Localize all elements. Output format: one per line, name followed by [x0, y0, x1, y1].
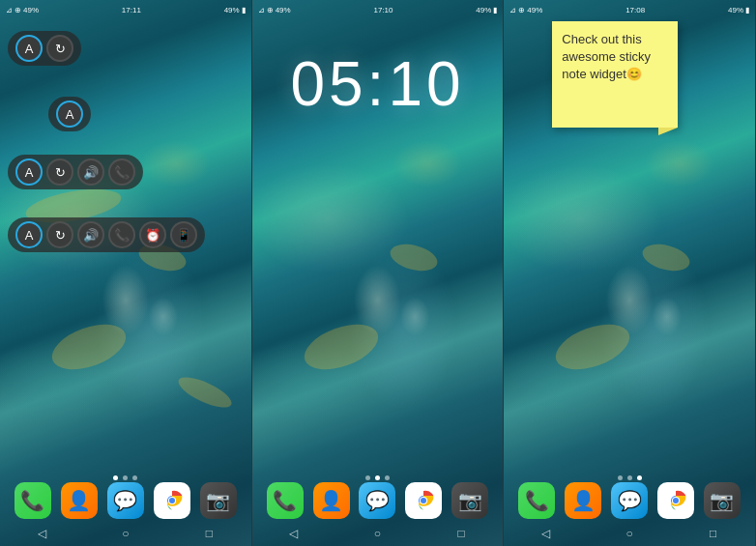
dot-3-1 — [618, 475, 623, 480]
status-bar-3: ⊿ ⊕ 49% 17:08 49% ▮ — [504, 0, 755, 19]
signal-icon-2: ⊿ — [258, 6, 265, 14]
nav-back-3[interactable]: ◁ — [537, 524, 556, 543]
signal-icon-1: ⊿ — [6, 6, 13, 14]
nav-home-2[interactable]: ○ — [367, 524, 387, 543]
widget-icon-phone2[interactable]: 📞 — [108, 221, 135, 248]
dot-3-2 — [627, 475, 632, 480]
dock-camera-2[interactable]: 📷 — [451, 482, 488, 519]
chrome-icon-2 — [412, 489, 435, 512]
widget-icon-a4[interactable]: A — [15, 221, 43, 248]
widget-icon-a2[interactable]: A — [56, 101, 83, 128]
widget-icon-rotate2[interactable]: ↻ — [46, 158, 73, 186]
status-left-1: ⊿ ⊕ 49% — [6, 6, 39, 14]
battery-icon-1: ▮ — [242, 6, 246, 14]
status-left-3: ⊿ ⊕ 49% — [509, 6, 542, 14]
dock-contacts-3[interactable]: 👤 — [565, 482, 601, 519]
dock-camera-3[interactable]: 📷 — [704, 482, 741, 519]
dock-messages-3[interactable]: 💬 — [611, 482, 648, 519]
dot-2-1 — [365, 475, 370, 480]
widget-icon-alarm[interactable]: ⏰ — [139, 221, 166, 248]
nav-home-3[interactable]: ○ — [620, 524, 639, 543]
widget-icon-mobile[interactable]: 📱 — [170, 221, 197, 248]
status-right-3: 49% ▮ — [728, 6, 749, 14]
dock-chrome-2[interactable] — [405, 482, 442, 519]
dot-1-3 — [132, 475, 137, 480]
nav-back-1[interactable]: ◁ — [32, 524, 51, 543]
wallpaper-1 — [0, 0, 251, 546]
widget-icon-rotate3[interactable]: ↻ — [46, 221, 73, 248]
status-right-2: 49% ▮ — [476, 6, 497, 14]
sticky-note[interactable]: Check out this awesome sticky note widge… — [552, 21, 678, 128]
widget-icon-a1[interactable]: A — [15, 35, 43, 62]
status-time-3: 17:08 — [625, 6, 645, 14]
status-bar-1: ⊿ ⊕ 49% 17:11 49% ▮ — [0, 0, 251, 19]
wifi-icon-1: ⊕ — [15, 6, 21, 14]
svg-point-8 — [673, 498, 679, 503]
nav-recent-1[interactable]: □ — [199, 524, 218, 543]
sticky-note-text: Check out this awesome sticky note widge… — [562, 32, 651, 81]
widget-row-1[interactable]: A ↻ — [8, 31, 81, 66]
dock-camera-1[interactable]: 📷 — [200, 482, 237, 519]
widget-icon-volume[interactable]: 🔊 — [77, 158, 104, 186]
page-dots-2 — [252, 475, 504, 480]
dot-2-3 — [385, 475, 390, 480]
dock-3: 📞 👤 💬 📷 — [504, 482, 755, 519]
dock-chrome-1[interactable] — [154, 482, 190, 519]
dock-phone-1[interactable]: 📞 — [15, 482, 51, 519]
dot-1-1 — [113, 475, 118, 480]
signal-icon-3: ⊿ — [509, 6, 516, 14]
dock-messages-1[interactable]: 💬 — [107, 482, 144, 519]
wifi-icon-2: ⊕ — [267, 6, 274, 14]
dock-messages-2[interactable]: 💬 — [359, 482, 395, 519]
widget-icon-a3[interactable]: A — [15, 158, 43, 186]
screen-3: ⊿ ⊕ 49% 17:08 49% ▮ Check out this aweso… — [504, 0, 756, 546]
battery-level-3: 49% — [728, 6, 743, 14]
dock-contacts-2[interactable]: 👤 — [313, 482, 350, 519]
screen-2: ⊿ ⊕ 49% 17:10 49% ▮ 05:10 📞 👤 💬 — [252, 0, 505, 546]
chrome-icon-1 — [160, 489, 184, 512]
dock-contacts-1[interactable]: 👤 — [61, 482, 98, 519]
status-left-2: ⊿ ⊕ 49% — [258, 6, 291, 14]
page-dots-1 — [0, 475, 251, 480]
dock-phone-3[interactable]: 📞 — [518, 482, 555, 519]
dock-chrome-3[interactable] — [657, 482, 694, 519]
nav-home-1[interactable]: ○ — [116, 524, 135, 543]
dock-phone-2[interactable]: 📞 — [267, 482, 304, 519]
status-battery-1: 49% — [23, 6, 39, 14]
status-battery-3: 49% — [527, 6, 542, 14]
widget-icon-phone1[interactable]: 📞 — [108, 158, 135, 186]
battery-level-2: 49% — [476, 6, 491, 14]
nav-bar-3: ◁ ○ □ — [504, 521, 755, 546]
status-time-1: 17:11 — [122, 6, 141, 14]
nav-back-2[interactable]: ◁ — [284, 524, 304, 543]
widget-row-4[interactable]: A ↻ 🔊 📞 ⏰ 📱 — [8, 217, 205, 252]
svg-point-5 — [421, 498, 426, 503]
dot-1-2 — [123, 475, 128, 480]
widget-icon-rotate1[interactable]: ↻ — [46, 35, 73, 62]
nav-bar-2: ◁ ○ □ — [252, 521, 504, 546]
battery-level-1: 49% — [224, 6, 240, 14]
widget-row-3[interactable]: A ↻ 🔊 📞 — [8, 155, 143, 189]
dock-2: 📞 👤 💬 📷 — [252, 482, 504, 519]
dot-2-2 — [375, 475, 380, 480]
dock-1: 📞 👤 💬 📷 — [0, 482, 251, 519]
status-time-2: 17:10 — [373, 6, 393, 14]
battery-icon-2: ▮ — [493, 6, 497, 14]
wifi-icon-3: ⊕ — [518, 6, 525, 14]
svg-point-2 — [169, 498, 175, 503]
status-right-1: 49% ▮ — [224, 6, 246, 14]
widget-row-2[interactable]: A — [48, 97, 91, 131]
chrome-icon-3 — [664, 489, 687, 512]
nav-recent-3[interactable]: □ — [704, 524, 723, 543]
page-dots-3 — [504, 475, 755, 480]
clock-display: 05:10 — [252, 48, 504, 120]
status-bar-2: ⊿ ⊕ 49% 17:10 49% ▮ — [252, 0, 504, 19]
widget-icon-volume2[interactable]: 🔊 — [77, 221, 104, 248]
screen-1: ⊿ ⊕ 49% 17:11 49% ▮ A ↻ A A ↻ 🔊 📞 A ↻ 🔊 … — [0, 0, 252, 546]
nav-recent-2[interactable]: □ — [451, 524, 471, 543]
dot-3-3 — [637, 475, 642, 480]
nav-bar-1: ◁ ○ □ — [0, 521, 251, 546]
status-battery-2: 49% — [276, 6, 291, 14]
battery-icon-3: ▮ — [745, 6, 749, 14]
